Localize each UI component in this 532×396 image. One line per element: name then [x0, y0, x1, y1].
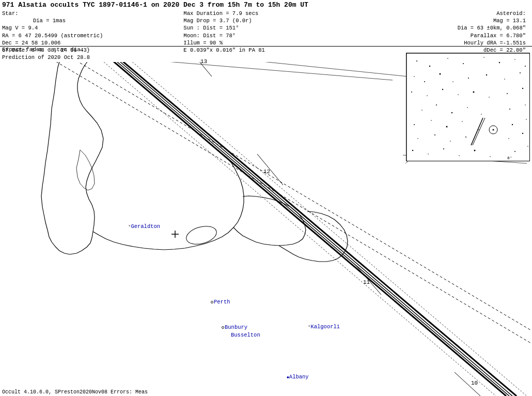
- svg-point-60: [512, 124, 513, 125]
- svg-point-26: [483, 57, 484, 58]
- svg-point-54: [525, 104, 526, 105]
- svg-point-39: [427, 95, 428, 96]
- asteroid-mag: Mag = 13.1: [355, 17, 526, 24]
- svg-point-53: [509, 109, 510, 110]
- svg-point-56: [431, 120, 432, 121]
- mag-v: Mag V = 9.4: [2, 24, 173, 32]
- cross-marker: [171, 231, 179, 238]
- ra: RA = 6 47 20.5499 (astrometric): [2, 32, 173, 39]
- svg-point-32: [440, 73, 441, 75]
- separator-line: [0, 46, 532, 47]
- dec: Dec = 24 58 10.006: [2, 39, 173, 47]
- svg-point-71: [459, 155, 460, 156]
- svg-point-35: [486, 74, 487, 75]
- svg-point-50: [451, 112, 452, 113]
- svg-point-49: [436, 104, 437, 105]
- svg-point-41: [458, 94, 459, 95]
- city-bunbury: Bunbury: [222, 324, 247, 330]
- svg-point-57: [446, 126, 448, 128]
- svg-point-65: [465, 136, 466, 138]
- svg-point-67: [522, 133, 523, 134]
- svg-point-23: [429, 66, 430, 67]
- svg-point-72: [474, 150, 476, 151]
- city-busselton: Busselton: [231, 332, 260, 338]
- svg-point-30: [414, 76, 415, 77]
- hourly-dra: Hourly dRA =-1.551s: [355, 39, 526, 47]
- main-container: 971 Alsatia occults TYC 1897-01146-1 on …: [0, 0, 532, 396]
- svg-point-48: [421, 110, 423, 111]
- svg-point-69: [428, 154, 429, 155]
- coastline: [41, 47, 348, 262]
- ellipse-marker: [184, 223, 218, 247]
- track-label-12: 12: [263, 169, 270, 175]
- sun-dist: Sun : Dist = 151°: [183, 24, 354, 32]
- star-label: Star:: [2, 10, 173, 17]
- city-geraldton: °Geraldton: [128, 223, 160, 230]
- title-line: 971 Alsatia occults TYC 1897-01146-1 on …: [2, 1, 530, 9]
- svg-point-61: [526, 119, 527, 120]
- svg-point-24: [447, 58, 448, 59]
- svg-point-38: [411, 92, 412, 93]
- svg-point-22: [416, 60, 417, 62]
- max-duration: Max Duration = 7.9 secs: [183, 10, 354, 17]
- svg-point-18: [184, 223, 218, 247]
- svg-point-51: [467, 107, 468, 108]
- svg-point-43: [489, 97, 490, 98]
- svg-point-64: [450, 141, 451, 142]
- event-info-col: Max Duration = 7.9 secs Mag Drop = 3.7 (…: [173, 10, 354, 61]
- svg-point-37: [520, 72, 521, 73]
- ellipse: E 0.039"x 0.016" in PA 81: [183, 47, 354, 54]
- moon: Moon: Dist = 78°: [183, 32, 354, 39]
- footer-text: Occult 4.10.6.0, SPreston2020Nov08 Error…: [2, 389, 148, 395]
- svg-line-20: [405, 161, 408, 163]
- city-albany: ◆Albany: [287, 374, 309, 380]
- track-label-10: 10: [471, 380, 478, 386]
- svg-rect-79: [406, 53, 530, 161]
- svg-point-45: [522, 88, 523, 89]
- svg-point-28: [514, 59, 515, 60]
- svg-point-40: [442, 89, 443, 90]
- svg-point-66: [508, 138, 509, 139]
- parallax: Parallax = 6.780": [355, 32, 526, 39]
- illum: Illum = 90 %: [183, 39, 354, 47]
- diameter: Dia = 1mas: [2, 17, 173, 24]
- svg-point-55: [414, 124, 415, 125]
- track-label-13: 13: [200, 58, 207, 65]
- svg-point-70: [443, 148, 444, 149]
- svg-line-77: [473, 118, 485, 145]
- svg-line-76: [471, 118, 483, 145]
- svg-point-29: [525, 66, 526, 67]
- star-chart-inset: 8': [406, 53, 530, 161]
- city-perth: Perth: [211, 299, 230, 305]
- svg-point-34: [468, 78, 469, 79]
- svg-point-27: [499, 62, 500, 63]
- svg-text:8': 8': [507, 156, 512, 160]
- svg-point-52: [481, 114, 482, 115]
- expect-text: Expect fades - star dia.: [2, 47, 84, 53]
- svg-point-59: [478, 129, 479, 130]
- svg-point-74: [514, 151, 515, 152]
- svg-point-75: [527, 146, 528, 147]
- star-info-col: Star: Dia = 1mas Mag V = 9.4 RA = 6 47 2…: [2, 10, 173, 61]
- svg-point-31: [424, 81, 425, 82]
- asteroid-dia: Dia = 63 ±0km, 0.068": [355, 24, 526, 32]
- mag-drop: Mag Drop = 3.7 (0.0r): [183, 17, 354, 24]
- svg-point-36: [504, 79, 505, 80]
- track-label-11: 11: [363, 279, 370, 285]
- svg-point-58: [462, 121, 463, 122]
- prediction: Prediction of 2020 Oct 28.8: [2, 54, 173, 61]
- asteroid-label: Asteroid:: [355, 10, 526, 17]
- city-kalgoorli: °Kalgoorli: [308, 324, 340, 330]
- svg-point-44: [507, 93, 508, 94]
- svg-point-62: [417, 138, 418, 139]
- svg-point-25: [463, 63, 464, 64]
- svg-point-47: [493, 129, 494, 131]
- svg-point-73: [490, 156, 491, 157]
- svg-point-68: [412, 150, 413, 151]
- svg-point-63: [434, 134, 435, 135]
- svg-point-33: [452, 81, 453, 82]
- svg-point-42: [473, 92, 475, 93]
